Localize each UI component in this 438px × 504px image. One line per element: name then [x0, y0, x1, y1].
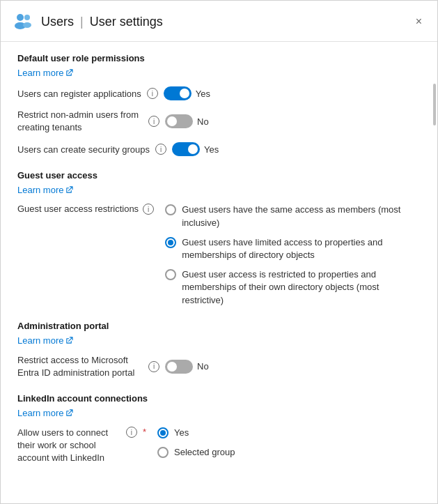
section-linkedin: LinkedIn account connections Learn more …: [17, 393, 421, 465]
required-star-linkedin: *: [143, 427, 146, 437]
svg-point-2: [24, 15, 30, 20]
page-title: Users | User settings: [41, 15, 163, 29]
section-guest-access: Guest user access Learn more Guest user …: [17, 170, 421, 306]
title-app: Users: [41, 15, 74, 29]
toggle-value-register-apps: Yes: [196, 89, 210, 99]
toggle-thumb-register-apps: [180, 89, 189, 98]
toggle-value-security-groups: Yes: [204, 144, 219, 155]
toggle-admin-portal[interactable]: No: [165, 360, 209, 374]
learn-more-label: Learn more: [17, 68, 63, 78]
title-separator: |: [80, 15, 87, 29]
setting-row-linkedin: Allow users to connect their work or sch…: [17, 427, 421, 465]
close-button[interactable]: ×: [412, 13, 426, 30]
toggle-value-restrict-nonadmin: No: [197, 116, 209, 127]
label-guest-restrictions: Guest user access restrictions: [17, 204, 139, 214]
radio-row-guest-option1: Guest users have the same access as memb…: [165, 204, 419, 229]
setting-row-guest-restrictions: Guest user access restrictions i Guest u…: [17, 204, 421, 306]
title-left: Users | User settings: [12, 10, 163, 33]
scrollbar[interactable]: [433, 84, 436, 125]
radio-label-guest-option2: Guest users have limited access to prope…: [182, 236, 419, 261]
info-icon-register-apps[interactable]: i: [147, 88, 158, 99]
radio-label-guest-option1: Guest users have the same access as memb…: [182, 204, 419, 229]
section-title-default-permissions: Default user role permissions: [17, 53, 421, 63]
external-link-icon-guest: [65, 186, 73, 194]
setting-row-admin-portal: Restrict access to Microsoft Entra ID ad…: [17, 354, 421, 379]
label-security-groups: Users can create security groups: [17, 144, 150, 155]
toggle-security-groups[interactable]: Yes: [172, 142, 219, 156]
info-icon-security-groups[interactable]: i: [155, 144, 166, 155]
radio-label-linkedin-selected-group: Selected group: [174, 446, 235, 459]
toggle-thumb-restrict-nonadmin: [167, 116, 177, 126]
users-icon: [12, 10, 34, 33]
radio-row-guest-option3: Guest user access is restricted to prope…: [165, 268, 419, 307]
setting-row-restrict-nonadmin: Restrict non-admin users from creating t…: [17, 109, 421, 134]
svg-point-3: [23, 22, 31, 28]
toggle-thumb-admin-portal: [167, 362, 177, 372]
external-link-icon-linkedin: [65, 409, 73, 417]
radio-row-linkedin-yes: Yes: [157, 427, 235, 439]
toggle-value-admin-portal: No: [197, 361, 209, 372]
radio-guest-option3[interactable]: [165, 269, 176, 280]
info-icon-restrict-nonadmin[interactable]: i: [148, 116, 159, 127]
radio-guest-option2[interactable]: [165, 237, 176, 248]
learn-more-guest-access[interactable]: Learn more: [17, 185, 73, 195]
title-page: User settings: [90, 15, 163, 29]
toggle-track-register-apps[interactable]: [164, 86, 191, 100]
setting-row-security-groups: Users can create security groups i Yes: [17, 142, 421, 156]
radio-linkedin-yes[interactable]: [157, 427, 169, 438]
label-admin-portal: Restrict access to Microsoft Entra ID ad…: [17, 354, 143, 379]
radio-guest-option1[interactable]: [165, 204, 176, 215]
learn-more-linkedin[interactable]: Learn more: [17, 408, 73, 418]
setting-row-register-apps: Users can register applications i Yes: [17, 86, 421, 100]
toggle-track-security-groups[interactable]: [172, 142, 200, 156]
learn-more-linkedin-label: Learn more: [17, 408, 63, 418]
external-link-icon-admin: [65, 337, 73, 344]
label-linkedin: Allow users to connect their work or sch…: [17, 427, 122, 465]
info-icon-linkedin[interactable]: i: [126, 427, 137, 438]
radio-row-linkedin-selected-group: Selected group: [157, 446, 235, 459]
section-title-guest-access: Guest user access: [17, 170, 421, 181]
info-icon-admin-portal[interactable]: i: [148, 361, 159, 372]
info-icon-guest-restrictions[interactable]: i: [143, 204, 154, 215]
radio-label-linkedin-yes: Yes: [174, 427, 189, 439]
label-group-guest-restrictions: Guest user access restrictions i: [17, 204, 154, 215]
toggle-restrict-nonadmin[interactable]: No: [165, 114, 209, 128]
label-group-linkedin: Allow users to connect their work or sch…: [17, 427, 146, 465]
radio-group-linkedin: Yes Selected group: [157, 427, 235, 459]
radio-group-guest-access: Guest users have the same access as memb…: [165, 204, 419, 306]
main-window: Users | User settings × Default user rol…: [0, 0, 438, 504]
label-restrict-nonadmin: Restrict non-admin users from creating t…: [17, 109, 143, 134]
svg-point-0: [17, 14, 24, 21]
settings-content: Default user role permissions Learn more…: [1, 42, 437, 503]
section-title-admin-portal: Administration portal: [17, 321, 421, 331]
learn-more-guest-label: Learn more: [17, 185, 63, 195]
radio-label-guest-option3: Guest user access is restricted to prope…: [182, 268, 419, 307]
toggle-track-restrict-nonadmin[interactable]: [165, 114, 193, 128]
label-register-apps: Users can register applications: [17, 89, 141, 99]
learn-more-admin-portal[interactable]: Learn more: [17, 335, 73, 346]
toggle-register-apps[interactable]: Yes: [164, 86, 210, 100]
external-link-icon: [65, 69, 73, 77]
section-default-permissions: Default user role permissions Learn more…: [17, 53, 421, 156]
toggle-track-admin-portal[interactable]: [165, 360, 193, 374]
radio-row-guest-option2: Guest users have limited access to prope…: [165, 236, 419, 261]
section-title-linkedin: LinkedIn account connections: [17, 393, 421, 404]
learn-more-default-permissions[interactable]: Learn more: [17, 68, 73, 78]
toggle-thumb-security-groups: [188, 144, 198, 154]
radio-linkedin-selected-group[interactable]: [157, 447, 169, 458]
title-bar: Users | User settings ×: [1, 1, 437, 42]
learn-more-admin-label: Learn more: [17, 335, 63, 346]
section-admin-portal: Administration portal Learn more Restric…: [17, 321, 421, 379]
